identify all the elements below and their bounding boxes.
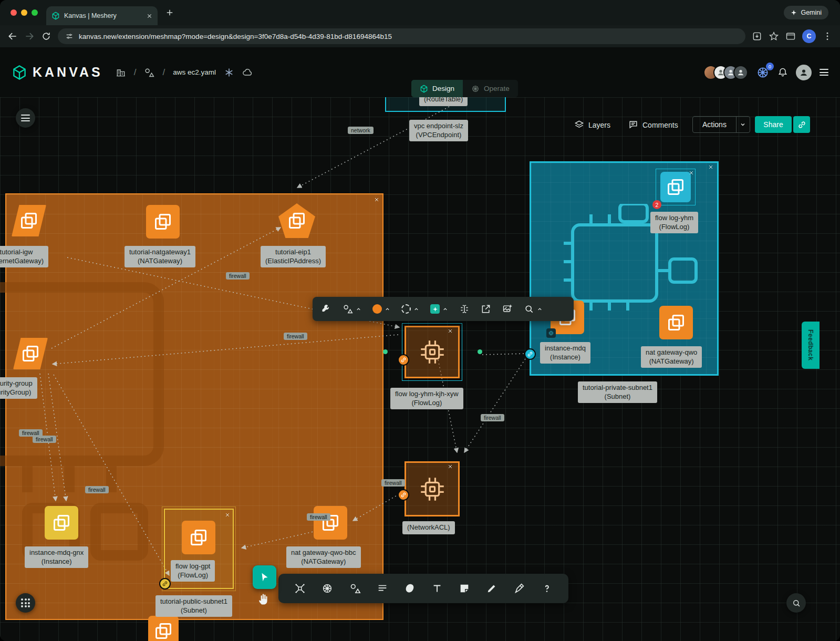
edge-label[interactable]: firewall (481, 414, 504, 421)
fill-color-picker[interactable] (372, 304, 390, 314)
node-label-flow-log-kjh[interactable]: flow log-yhm-kjh-xyw(FlowLog) (390, 388, 463, 409)
link-handle-icon[interactable] (159, 578, 171, 590)
inspect-lens-tool[interactable] (524, 304, 543, 314)
node-label-security-group[interactable]: al-security-group(SecurityGroup) (0, 377, 37, 399)
remove-node-icon[interactable] (448, 328, 453, 334)
node-label-vpc-endpoint[interactable]: vpc endpoint-slz(VPCEndpoint) (409, 120, 468, 141)
node-label-natgateway1[interactable]: tutorial-natgateway1(NATGateway) (125, 246, 195, 267)
edge-label[interactable]: firewall (284, 333, 307, 340)
node-icon-natgateway-bbc[interactable] (314, 506, 347, 540)
chevron-down-icon[interactable] (736, 117, 750, 132)
configure-wrench-icon[interactable] (321, 304, 331, 314)
back-icon[interactable] (7, 31, 18, 42)
align-lines-tool[interactable] (377, 583, 388, 594)
edge-label[interactable]: network (348, 127, 374, 134)
apps-grid-button[interactable] (16, 593, 35, 613)
remove-node-icon[interactable] (448, 464, 453, 469)
save-page-icon[interactable] (752, 31, 762, 42)
shapes-tool[interactable] (349, 583, 361, 594)
rename-icon[interactable] (459, 304, 470, 314)
remove-container-icon[interactable] (708, 164, 713, 170)
edge-label[interactable]: firewall (33, 436, 56, 443)
kubernetes-tool[interactable] (322, 583, 333, 594)
share-button[interactable]: Share (755, 116, 792, 133)
site-settings-icon[interactable] (65, 32, 74, 40)
help-tool[interactable] (541, 583, 553, 594)
notification-count-badge[interactable]: 2 (652, 200, 661, 209)
node-icon-flow-log-kjh[interactable] (405, 326, 460, 378)
comments-button[interactable]: Comments (628, 120, 678, 130)
feedback-tab[interactable]: Feedback (802, 322, 820, 369)
select-tool-button[interactable] (253, 565, 276, 589)
node-label-private-subnet[interactable]: tutorial-private-subnet1(Subnet) (578, 381, 657, 403)
design-canvas[interactable]: (RouteTable) (0, 97, 840, 641)
maximize-window-button[interactable] (32, 9, 38, 16)
freeform-blob-tool[interactable] (404, 583, 416, 594)
text-tool[interactable] (431, 583, 443, 594)
shape-picker[interactable] (343, 304, 361, 314)
extension-status[interactable]: 0 (756, 66, 770, 79)
kanvas-logo[interactable]: KANVAS (12, 65, 103, 80)
collaborator-avatar[interactable] (733, 65, 748, 80)
open-external-icon[interactable] (481, 304, 491, 314)
tab-operate[interactable]: Operate (463, 80, 518, 97)
node-icon-instance-gnx[interactable] (45, 506, 78, 540)
node-label-internet-gateway[interactable]: tutorial-igw(InternetGateway) (0, 246, 48, 267)
node-icon-natgateway1[interactable] (146, 205, 180, 239)
new-tab-button[interactable] (165, 8, 174, 17)
remove-node-icon[interactable] (689, 170, 694, 175)
node-label-elastic-ip[interactable]: tutorial-eip1(ElasticIPAddress) (261, 246, 326, 267)
browser-menu-icon[interactable] (822, 31, 833, 42)
pan-tool-button[interactable] (257, 592, 272, 606)
edge-line[interactable] (482, 354, 524, 355)
remove-container-icon[interactable] (374, 197, 379, 202)
node-label-natgateway-qwo[interactable]: nat gateway-qwo(NATGateway) (641, 346, 702, 368)
notifications-bell-icon[interactable] (777, 67, 788, 78)
node-label-instance-gnx[interactable]: instance-mdq-gnx(Instance) (25, 546, 88, 568)
bookmark-star-icon[interactable] (769, 31, 779, 42)
organization-icon[interactable] (116, 67, 126, 78)
designs-icon[interactable] (144, 67, 154, 78)
browser-tab[interactable]: Kanvas | Meshery (46, 6, 158, 25)
link-handle-icon[interactable] (524, 348, 536, 360)
tab-panel-icon[interactable] (785, 31, 796, 42)
link-handle-icon[interactable] (398, 354, 409, 366)
tab-design[interactable]: Design (411, 80, 463, 97)
node-icon-flow-log-yhm[interactable] (660, 172, 691, 202)
cloud-sync-icon[interactable] (242, 67, 253, 78)
actions-dropdown[interactable]: Actions (692, 116, 750, 133)
component-picker[interactable] (430, 304, 448, 314)
app-menu-icon[interactable] (820, 67, 828, 78)
export-image-icon[interactable] (502, 304, 513, 314)
node-icon-flow-log-gpt[interactable] (182, 521, 215, 554)
edge-label[interactable]: firewall (85, 486, 109, 493)
link-handle-icon[interactable] (398, 489, 409, 501)
node-icon-clipped[interactable] (148, 616, 179, 641)
url-bar[interactable]: kanvas.new/extension/meshmap?mode=design… (58, 28, 745, 44)
remove-node-icon[interactable] (225, 512, 230, 518)
connection-handle[interactable] (383, 349, 388, 354)
gemini-badge[interactable]: Gemini (784, 6, 828, 19)
canvas-menu-button[interactable] (16, 108, 35, 128)
kubernetes-icon[interactable] (224, 67, 234, 78)
components-graph-tool[interactable] (294, 583, 306, 594)
note-tool[interactable] (459, 583, 470, 594)
edge-label[interactable]: firewall (226, 272, 250, 280)
node-label-flow-log-gpt[interactable]: flow log-gpt(FlowLog) (171, 560, 215, 582)
node-label-instance-mdq[interactable]: instance-mdq(Instance) (540, 342, 590, 364)
pen-tool[interactable] (514, 583, 525, 594)
node-icon-natgateway-qwo[interactable] (659, 306, 693, 339)
connection-handle[interactable] (478, 349, 482, 354)
pencil-tool[interactable] (486, 583, 497, 594)
copy-link-button[interactable] (793, 116, 810, 133)
reload-icon[interactable] (41, 31, 51, 42)
browser-profile-avatar[interactable]: C (802, 29, 816, 43)
edge-label[interactable]: firewall (307, 513, 330, 521)
close-window-button[interactable] (11, 9, 17, 16)
tab-close-icon[interactable] (147, 13, 152, 19)
node-label-public-subnet[interactable]: tutorial-public-subnet1(Subnet) (155, 595, 232, 617)
edge-line[interactable] (297, 107, 449, 188)
forward-icon[interactable] (24, 31, 35, 42)
layers-button[interactable]: Layers (574, 120, 610, 130)
node-icon-network-acl[interactable] (405, 461, 460, 516)
